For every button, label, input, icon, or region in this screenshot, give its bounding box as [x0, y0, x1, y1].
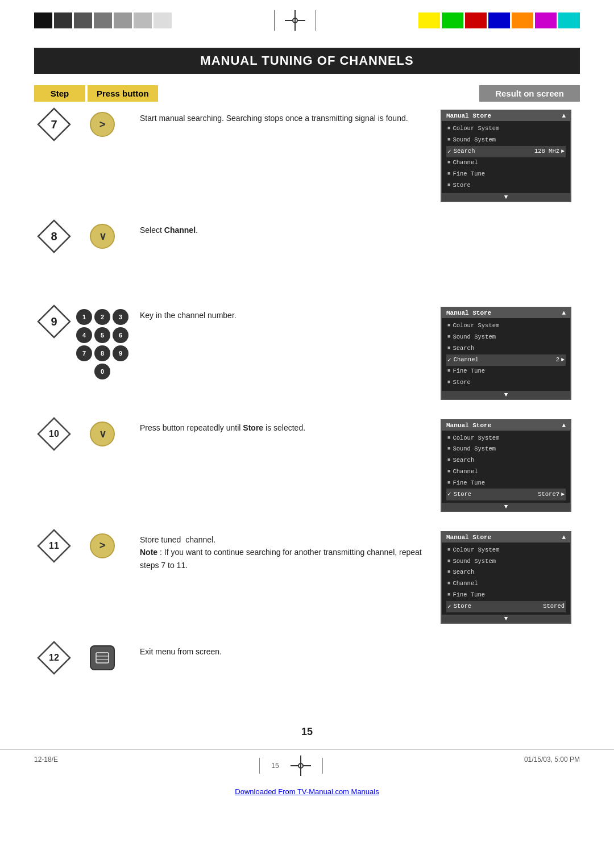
tv-screen-footer-9: ▼	[442, 391, 570, 399]
step-row-7: 7 > Start manual searching. Searching st…	[34, 107, 580, 202]
color-sq-red	[465, 12, 487, 28]
tv-screen-11: Manual Store ▲ ■Colour System ■Sound Sys…	[441, 531, 571, 624]
step-row-11: 11 > Store tuned channel. Note : If you …	[34, 529, 580, 624]
numpad-btn-2[interactable]: 2	[94, 309, 110, 325]
down-button-8[interactable]: ∨	[90, 224, 115, 249]
tv-screen-title-10: Manual Store ▲	[442, 420, 570, 431]
tv-item-store: ■Store	[446, 180, 566, 191]
vert-line-left	[274, 10, 275, 31]
tv-item-store-10: ✓StoreStore?►	[446, 489, 566, 500]
numpad-btn-9[interactable]: 9	[113, 345, 128, 361]
tv-item-channel: ■Channel	[446, 157, 566, 169]
tv-item-sound-9: ■Sound System	[446, 332, 566, 343]
numpad-btn-5[interactable]: 5	[94, 327, 110, 343]
forward-button-7[interactable]: >	[90, 112, 115, 137]
tv-item-channel-9: ✓Channel2►	[446, 354, 566, 366]
bw-sq-2	[54, 12, 72, 28]
tv-item-channel-10: ■Channel	[446, 466, 566, 478]
tv-item-colour-11: ■Colour System	[446, 545, 566, 556]
step-row-12: 12 Exit menu from screen.	[34, 641, 580, 709]
down-button-10[interactable]: ∨	[90, 422, 115, 446]
screen-area-8	[432, 219, 580, 222]
col-result-header: Result on screen	[479, 85, 580, 102]
tv-screen-footer-7: ▼	[442, 193, 570, 201]
svg-rect-6	[96, 653, 109, 663]
content-area: 7 > Start manual searching. Searching st…	[34, 107, 580, 709]
footer-left: 12-18/E	[34, 756, 58, 776]
tv-item-store-11: ✓StoreStored	[446, 601, 566, 613]
tv-item-finetune: ■Fine Tune	[446, 169, 566, 180]
deco-center	[264, 10, 326, 31]
tv-screen-body-11: ■Colour System ■Sound System ■Search ■Ch…	[442, 542, 570, 615]
bw-sq-7	[154, 12, 172, 28]
step-diamond-7: 7	[37, 107, 71, 141]
step-row-10: 10 ∨ Press button repeatedly until Store…	[34, 417, 580, 512]
footer-center-group: 15	[259, 756, 322, 776]
color-sq-yellow	[418, 12, 440, 28]
step-number-9: 9	[34, 304, 74, 339]
screen-area-9: Manual Store ▲ ■Colour System ■Sound Sys…	[432, 304, 580, 399]
tv-item-sound-10: ■Sound System	[446, 444, 566, 455]
tv-item-channel-11: ■Channel	[446, 578, 566, 590]
crosshair-footer	[291, 756, 311, 776]
tv-item-colour-9: ■Colour System	[446, 320, 566, 332]
btn-area-8: ∨	[74, 219, 131, 249]
tv-item-store-9: ■Store	[446, 377, 566, 389]
bw-sq-5	[114, 12, 132, 28]
numpad-btn-0[interactable]: 0	[94, 364, 110, 379]
desc-area-9: Key in the channel number.	[131, 304, 432, 326]
numpad-btn-6[interactable]: 6	[113, 327, 128, 343]
step-number-10: 10	[34, 417, 74, 451]
col-press-header: Press button	[88, 85, 158, 102]
footer-line-left	[259, 758, 260, 774]
page-footer: 12-18/E 15 01/15/03, 5:00 PM	[0, 749, 614, 782]
bw-bar	[34, 12, 172, 28]
step-number-7: 7	[34, 107, 74, 141]
tv-item-finetune-11: ■Fine Tune	[446, 590, 566, 601]
screen-area-10: Manual Store ▲ ■Colour System ■Sound Sys…	[432, 417, 580, 512]
color-sq-orange	[512, 12, 533, 28]
bw-sq-3	[74, 12, 92, 28]
step-row-8: 8 ∨ Select Channel.	[34, 219, 580, 287]
numpad-9: 1 2 3 4 5 6 7 8 9 0	[76, 309, 128, 379]
bw-sq-4	[94, 12, 112, 28]
step-diamond-9: 9	[37, 304, 71, 339]
tv-screen-footer-10: ▼	[442, 503, 570, 511]
desc-area-12: Exit menu from screen.	[131, 641, 432, 662]
screen-area-11: Manual Store ▲ ■Colour System ■Sound Sys…	[432, 529, 580, 624]
btn-area-11: >	[74, 529, 131, 558]
numpad-btn-4[interactable]: 4	[76, 327, 92, 343]
tv-screen-footer-11: ▼	[442, 615, 570, 623]
numpad-btn-1[interactable]: 1	[76, 309, 92, 325]
numpad-btn-7[interactable]: 7	[76, 345, 92, 361]
tv-item-sound: ■Sound System	[446, 135, 566, 146]
tv-item-colour-10: ■Colour System	[446, 433, 566, 444]
forward-button-11[interactable]: >	[90, 533, 115, 558]
bottom-link[interactable]: Downloaded From TV-Manual.com Manuals	[235, 787, 379, 796]
tv-item-colour: ■Colour System	[446, 123, 566, 135]
numpad-btn-3[interactable]: 3	[113, 309, 128, 325]
page-title-container: Manual Tuning of Channels	[34, 48, 580, 74]
tv-item-finetune-9: ■Fine Tune	[446, 366, 566, 377]
color-sq-green	[442, 12, 463, 28]
numpad-btn-8[interactable]: 8	[94, 345, 110, 361]
tv-screen-body-10: ■Colour System ■Sound System ■Search ■Ch…	[442, 431, 570, 503]
tv-screen-body-9: ■Colour System ■Sound System ■Search ✓Ch…	[442, 318, 570, 390]
desc-area-8: Select Channel.	[131, 219, 432, 241]
crosshair-center	[285, 10, 305, 31]
tv-item-sound-11: ■Sound System	[446, 556, 566, 567]
tv-screen-10: Manual Store ▲ ■Colour System ■Sound Sys…	[441, 419, 571, 512]
screen-area-12	[432, 641, 580, 643]
page-number: 15	[0, 726, 614, 738]
btn-area-12	[74, 641, 131, 670]
color-sq-cyan	[558, 12, 580, 28]
column-headers: Step Press button Result on screen	[34, 85, 580, 102]
menu-button-12[interactable]	[90, 645, 115, 670]
tv-item-search-11: ■Search	[446, 567, 566, 578]
deco-bars	[0, 0, 614, 31]
tv-item-search-9: ■Search	[446, 343, 566, 354]
color-sq-blue	[488, 12, 510, 28]
step-number-11: 11	[34, 529, 74, 563]
step-number-8: 8	[34, 219, 74, 253]
step-diamond-10: 10	[37, 417, 71, 451]
